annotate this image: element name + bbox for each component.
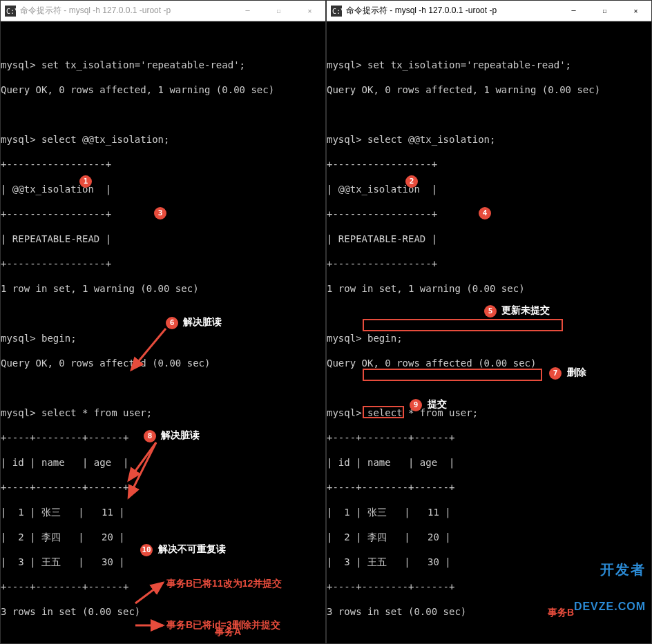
maximize-button[interactable]: ☐: [589, 1, 620, 21]
window-title: 命令提示符 - mysql -h 127.0.0.1 -uroot -p: [20, 5, 232, 17]
svg-line-5: [128, 442, 156, 498]
window-controls: ─ ☐ ✕: [558, 1, 651, 21]
badge-8: 8: [144, 430, 156, 442]
output-line: 1 row in set, 1 warning (0.00 sec): [1, 282, 325, 295]
output-line: +----+--------+------+: [327, 431, 651, 444]
annotation-txB: 事务B: [548, 606, 574, 618]
output-line: +----+--------+------+: [1, 481, 325, 494]
annotation-9: 提交: [428, 398, 447, 410]
output-line: | id | name | age |: [1, 456, 325, 469]
arrow-icon: [132, 577, 166, 612]
close-button[interactable]: ✕: [620, 1, 651, 21]
output-line: | @@tx_isolation |: [1, 183, 325, 195]
badge-6: 6: [166, 317, 178, 329]
output-line: +-----------------+: [1, 257, 325, 270]
badge-7: 7: [549, 367, 562, 380]
svg-text:C:\: C:\: [332, 8, 342, 15]
output-line: Query OK, 0 rows affected (0.00 sec): [327, 357, 651, 369]
table-row: | 1 | 张三 | 11 |: [327, 506, 651, 518]
arrow-icon: [128, 325, 169, 377]
output-line: mysql> set tx_isolation='repeatable-read…: [1, 59, 325, 71]
badge-10: 10: [140, 544, 153, 556]
terminal-left[interactable]: mysql> set tx_isolation='repeatable-read…: [1, 21, 325, 643]
output-line: [327, 382, 651, 394]
terminal-right[interactable]: mysql> set tx_isolation='repeatable-read…: [327, 21, 651, 643]
badge-9: 9: [410, 399, 422, 411]
output-line: [1, 34, 325, 46]
output-line: mysql> select * from user;: [1, 407, 325, 419]
badge-3: 3: [154, 207, 166, 219]
annotation-txA: 事务A: [215, 625, 241, 638]
table-row: | 2 | 李四 | 20 |: [1, 531, 325, 543]
highlight-update: [363, 319, 563, 331]
output-line: Query OK, 0 rows affected, 1 warning (0.…: [1, 84, 325, 96]
svg-line-3: [131, 329, 166, 370]
output-line: [327, 34, 651, 46]
minimize-button[interactable]: ─: [558, 1, 589, 21]
badge-5: 5: [484, 305, 497, 318]
annotation-10: 解决不可重复读: [158, 543, 226, 555]
annotation-5: 更新未提交: [501, 304, 550, 316]
terminal-window-left: C:\ 命令提示符 - mysql -h 127.0.0.1 -uroot -p…: [0, 0, 326, 644]
watermark-line1: 开发者: [574, 563, 646, 576]
table-row: | 1 | 张三 | 11 |: [1, 506, 325, 518]
titlebar-right: C:\ 命令提示符 - mysql -h 127.0.0.1 -uroot -p…: [327, 1, 651, 21]
cmd-icon: C:\: [331, 6, 342, 17]
output-line: +----+--------+------+: [327, 481, 651, 494]
output-line: Query OK, 0 rows affected, 1 warning (0.…: [327, 84, 651, 96]
output-line: [1, 307, 325, 320]
maximize-button[interactable]: ☐: [263, 1, 294, 21]
output-line: | @@tx_isolation |: [327, 183, 651, 195]
badge-4: 4: [479, 207, 491, 219]
output-line: [1, 382, 325, 394]
arrow-icon: [125, 439, 163, 505]
output-line: +-----------------+: [1, 158, 325, 170]
output-line: 1 row in set, 1 warning (0.00 sec): [327, 282, 651, 295]
annotation-8: 解决脏读: [161, 429, 200, 441]
watermark-line2: DEVZE.COM: [574, 601, 646, 613]
table-row: | 3 | 王五 | 30 |: [1, 556, 325, 568]
output-line: [327, 108, 651, 121]
annotation-6: 解决脏读: [183, 315, 222, 328]
watermark: 开发者 DEVZE.COM: [574, 538, 646, 638]
output-line: +-----------------+: [327, 158, 651, 170]
highlight-commit: [363, 406, 404, 418]
output-line: | REPEATABLE-READ |: [1, 233, 325, 245]
close-button[interactable]: ✕: [294, 1, 325, 21]
window-controls: ─ ☐ ✕: [232, 1, 325, 21]
output-line: mysql> begin;: [327, 332, 651, 344]
highlight-delete: [363, 369, 542, 381]
output-line: | REPEATABLE-READ |: [327, 233, 651, 245]
titlebar-left: C:\ 命令提示符 - mysql -h 127.0.0.1 -uroot -p…: [1, 1, 325, 21]
svg-text:C:\: C:\: [6, 8, 16, 15]
window-title: 命令提示符 - mysql -h 127.0.0.1 -uroot -p: [346, 5, 558, 17]
badge-1: 1: [79, 175, 92, 188]
output-line: +-----------------+: [327, 257, 651, 270]
annotation-7: 删除: [567, 366, 586, 378]
arrow-icon: [132, 618, 166, 632]
svg-line-4: [128, 442, 156, 480]
minimize-button[interactable]: ─: [232, 1, 263, 21]
svg-line-6: [135, 583, 163, 603]
output-line: [1, 108, 325, 121]
output-line: | id | name | age |: [327, 456, 651, 469]
cmd-icon: C:\: [5, 6, 16, 17]
output-line: mysql> set tx_isolation='repeatable-read…: [327, 59, 651, 71]
output-line: mysql> select @@tx_isolation;: [327, 133, 651, 146]
output-line: mysql> select @@tx_isolation;: [1, 133, 325, 146]
annotation-arrow1: 事务B已将11改为12并提交: [166, 577, 282, 589]
terminal-window-right: C:\ 命令提示符 - mysql -h 127.0.0.1 -uroot -p…: [326, 0, 652, 644]
badge-2: 2: [405, 175, 418, 188]
